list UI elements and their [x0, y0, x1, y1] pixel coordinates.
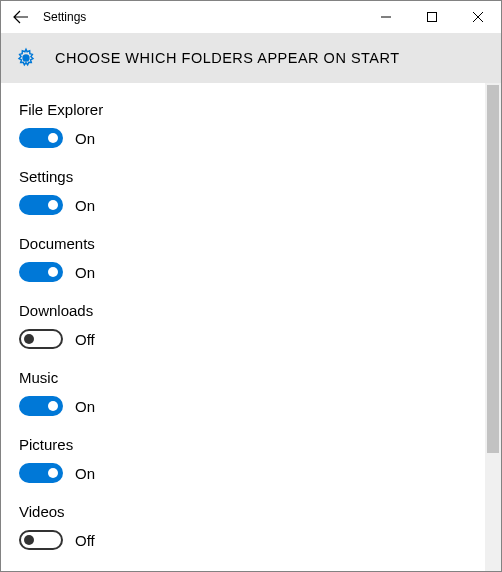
- arrow-left-icon: [13, 9, 29, 25]
- toggle-row: Off: [19, 329, 467, 349]
- toggle-row: On: [19, 396, 467, 416]
- minimize-button[interactable]: [363, 1, 409, 33]
- option-label: File Explorer: [19, 101, 467, 118]
- toggle-row: On: [19, 195, 467, 215]
- option-group: DownloadsOff: [19, 302, 467, 349]
- toggle-state-label: On: [75, 264, 95, 281]
- vertical-scrollbar[interactable]: [485, 83, 501, 571]
- toggle-state-label: On: [75, 398, 95, 415]
- maximize-button[interactable]: [409, 1, 455, 33]
- option-group: SettingsOn: [19, 168, 467, 215]
- option-label: Pictures: [19, 436, 467, 453]
- settings-window: Settings CHOOSE WHICH FOLDERS APPEAR ON …: [0, 0, 502, 572]
- content-area: File ExplorerOnSettingsOnDocumentsOnDown…: [1, 83, 485, 571]
- maximize-icon: [427, 12, 437, 22]
- option-group: VideosOff: [19, 503, 467, 550]
- toggle-switch[interactable]: [19, 262, 63, 282]
- toggle-switch[interactable]: [19, 396, 63, 416]
- titlebar: Settings: [1, 1, 501, 33]
- toggle-row: On: [19, 262, 467, 282]
- option-label: Music: [19, 369, 467, 386]
- svg-point-1: [23, 55, 29, 61]
- toggle-switch[interactable]: [19, 195, 63, 215]
- option-label: Downloads: [19, 302, 467, 319]
- toggle-row: On: [19, 128, 467, 148]
- back-button[interactable]: [1, 9, 41, 25]
- close-icon: [473, 12, 483, 22]
- option-label: Documents: [19, 235, 467, 252]
- window-controls: [363, 1, 501, 33]
- toggle-row: On: [19, 463, 467, 483]
- gear-icon: [15, 47, 37, 69]
- body: File ExplorerOnSettingsOnDocumentsOnDown…: [1, 83, 501, 571]
- option-group: File ExplorerOn: [19, 101, 467, 148]
- toggle-state-label: On: [75, 197, 95, 214]
- option-label: Settings: [19, 168, 467, 185]
- close-button[interactable]: [455, 1, 501, 33]
- toggle-switch[interactable]: [19, 463, 63, 483]
- svg-rect-0: [428, 13, 437, 22]
- toggle-row: Off: [19, 530, 467, 550]
- scrollbar-thumb[interactable]: [487, 85, 499, 453]
- toggle-switch[interactable]: [19, 329, 63, 349]
- toggle-state-label: On: [75, 130, 95, 147]
- option-group: DocumentsOn: [19, 235, 467, 282]
- toggle-switch[interactable]: [19, 128, 63, 148]
- option-group: MusicOn: [19, 369, 467, 416]
- toggle-switch[interactable]: [19, 530, 63, 550]
- minimize-icon: [381, 12, 391, 22]
- option-group: PicturesOn: [19, 436, 467, 483]
- page-title: CHOOSE WHICH FOLDERS APPEAR ON START: [55, 50, 400, 66]
- toggle-state-label: On: [75, 465, 95, 482]
- header-band: CHOOSE WHICH FOLDERS APPEAR ON START: [1, 33, 501, 83]
- toggle-state-label: Off: [75, 331, 95, 348]
- toggle-state-label: Off: [75, 532, 95, 549]
- option-label: Videos: [19, 503, 467, 520]
- window-title: Settings: [41, 10, 363, 24]
